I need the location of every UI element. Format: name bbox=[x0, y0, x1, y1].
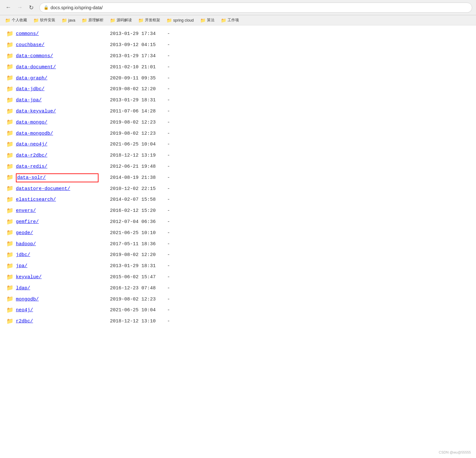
bookmark-label: 软件安装 bbox=[40, 17, 55, 23]
dir-link[interactable]: keyvalue/ bbox=[16, 273, 99, 281]
dir-link[interactable]: datastore-document/ bbox=[16, 185, 99, 193]
folder-icon: 📁 bbox=[6, 30, 13, 39]
entry-date: 2021-06-25 10:10 bbox=[99, 229, 156, 237]
dir-link[interactable]: elasticsearch/ bbox=[16, 196, 99, 204]
dir-link[interactable]: data-jpa/ bbox=[16, 97, 99, 104]
dir-link[interactable]: couchbase/ bbox=[16, 41, 99, 49]
dir-link[interactable]: jdbc/ bbox=[16, 251, 99, 259]
folder-icon: 📁 bbox=[6, 140, 13, 149]
entry-size: - bbox=[156, 174, 170, 182]
forward-button[interactable]: → bbox=[15, 3, 24, 12]
table-row: 📁 data-redis/ 2012-06-21 19:48 - bbox=[6, 161, 470, 172]
folder-icon: 📁 bbox=[6, 151, 13, 160]
back-button[interactable]: ← bbox=[4, 3, 13, 12]
entry-size: - bbox=[156, 52, 170, 60]
bookmark-item[interactable]: 📁软件安装 bbox=[31, 17, 58, 24]
entry-size: - bbox=[156, 75, 170, 82]
table-row: 📁 data-solr/ 2014-08-19 21:38 - bbox=[6, 172, 470, 183]
entry-date: 2013-01-29 18:31 bbox=[99, 262, 156, 270]
dir-link[interactable]: geode/ bbox=[16, 229, 99, 237]
dir-link[interactable]: data-mongo/ bbox=[16, 119, 99, 126]
dir-link[interactable]: data-graph/ bbox=[16, 75, 99, 82]
dir-link[interactable]: mongodb/ bbox=[16, 296, 99, 303]
dir-link[interactable]: ldap/ bbox=[16, 285, 99, 292]
dir-link[interactable]: data-neo4j/ bbox=[16, 141, 99, 148]
entry-date: 2019-08-02 12:23 bbox=[99, 296, 156, 303]
dir-link[interactable]: data-document/ bbox=[16, 64, 99, 71]
bookmarks-bar: 📁个人收藏📁软件安装📁java📁原理解析📁源码解读📁开发框架📁spring cl… bbox=[0, 15, 476, 25]
entry-date: 2021-06-25 10:04 bbox=[99, 306, 156, 314]
entry-date: 2013-01-29 17:34 bbox=[99, 30, 156, 38]
table-row: 📁 geode/ 2021-06-25 10:10 - bbox=[6, 227, 470, 239]
table-row: 📁 envers/ 2016-02-12 15:20 - bbox=[6, 205, 470, 217]
table-row: 📁 hadoop/ 2017-05-11 18:36 - bbox=[6, 239, 470, 250]
entry-size: - bbox=[156, 30, 170, 38]
dir-link[interactable]: commons/ bbox=[16, 30, 99, 38]
nav-buttons: ← → ↻ bbox=[4, 3, 36, 12]
dir-link[interactable]: r2dbc/ bbox=[16, 318, 99, 325]
table-row: 📁 data-mongo/ 2019-08-02 12:23 - bbox=[6, 117, 470, 128]
bookmark-item[interactable]: 📁开发框架 bbox=[136, 17, 163, 24]
table-row: 📁 datastore-document/ 2010-12-02 22:15 - bbox=[6, 183, 470, 194]
dir-link[interactable]: data-r2dbc/ bbox=[16, 152, 99, 159]
entry-date: 2013-09-12 04:15 bbox=[99, 41, 156, 49]
folder-icon: 📁 bbox=[6, 306, 13, 315]
bookmark-item[interactable]: 📁工作项 bbox=[218, 17, 241, 24]
entry-date: 2017-05-11 18:36 bbox=[99, 240, 156, 248]
entry-size: - bbox=[156, 273, 170, 281]
folder-icon: 📁 bbox=[138, 18, 144, 23]
table-row: 📁 couchbase/ 2013-09-12 04:15 - bbox=[6, 40, 470, 51]
folder-icon: 📁 bbox=[6, 41, 13, 50]
table-row: 📁 data-jpa/ 2013-01-29 18:31 - bbox=[6, 95, 470, 106]
entry-date: 2012-06-21 19:48 bbox=[99, 163, 156, 171]
folder-icon: 📁 bbox=[82, 18, 87, 23]
table-row: 📁 gemfire/ 2012-07-04 06:36 - bbox=[6, 217, 470, 228]
folder-icon: 📁 bbox=[6, 107, 13, 116]
entry-size: - bbox=[156, 64, 170, 71]
entry-date: 2019-08-02 12:23 bbox=[99, 119, 156, 126]
table-row: 📁 keyvalue/ 2015-06-02 15:47 - bbox=[6, 272, 470, 283]
folder-icon: 📁 bbox=[6, 129, 13, 138]
folder-icon: 📁 bbox=[6, 52, 13, 61]
bookmark-item[interactable]: 📁原理解析 bbox=[79, 17, 106, 24]
bookmark-item[interactable]: 📁算法 bbox=[198, 17, 217, 24]
entry-date: 2019-08-02 12:20 bbox=[99, 85, 156, 93]
folder-icon: 📁 bbox=[6, 284, 13, 293]
folder-icon: 📁 bbox=[6, 74, 13, 83]
bookmark-item[interactable]: 📁java bbox=[59, 17, 78, 24]
folder-icon: 📁 bbox=[6, 173, 13, 182]
entry-size: - bbox=[156, 229, 170, 237]
entry-size: - bbox=[156, 185, 170, 193]
entry-date: 2019-08-02 12:23 bbox=[99, 130, 156, 138]
folder-icon: 📁 bbox=[6, 218, 13, 227]
entry-date: 2011-07-06 14:28 bbox=[99, 108, 156, 115]
dir-link[interactable]: data-commons/ bbox=[16, 52, 99, 60]
table-row: 📁 data-graph/ 2020-09-11 09:35 - bbox=[6, 73, 470, 84]
entry-date: 2018-12-12 13:19 bbox=[99, 152, 156, 159]
page-content: 📁 commons/ 2013-01-29 17:34 - 📁 couchbas… bbox=[0, 25, 476, 330]
entry-size: - bbox=[156, 218, 170, 226]
entry-size: - bbox=[156, 85, 170, 93]
dir-link[interactable]: data-redis/ bbox=[16, 163, 99, 171]
table-row: 📁 elasticsearch/ 2014-02-07 15:58 - bbox=[6, 194, 470, 205]
entry-date: 2018-12-12 13:10 bbox=[99, 318, 156, 325]
bookmark-item[interactable]: 📁个人收藏 bbox=[3, 17, 30, 24]
dir-link[interactable]: data-mongodb/ bbox=[16, 130, 99, 138]
lock-icon: 🔒 bbox=[44, 5, 49, 10]
bookmark-label: 开发框架 bbox=[145, 17, 160, 23]
entry-size: - bbox=[156, 262, 170, 270]
bookmark-item[interactable]: 📁源码解读 bbox=[107, 17, 134, 24]
dir-link[interactable]: data-solr/ bbox=[16, 173, 99, 182]
dir-link[interactable]: gemfire/ bbox=[16, 218, 99, 226]
dir-link[interactable]: hadoop/ bbox=[16, 240, 99, 248]
entry-date: 2014-02-07 15:58 bbox=[99, 196, 156, 204]
dir-link[interactable]: envers/ bbox=[16, 207, 99, 215]
address-bar[interactable]: 🔒 docs.spring.io/spring-data/ bbox=[39, 3, 472, 13]
dir-link[interactable]: data-jdbc/ bbox=[16, 85, 99, 93]
dir-link[interactable]: jpa/ bbox=[16, 262, 99, 270]
bookmark-item[interactable]: 📁spring cloud bbox=[164, 17, 196, 24]
reload-button[interactable]: ↻ bbox=[27, 3, 36, 12]
table-row: 📁 commons/ 2013-01-29 17:34 - bbox=[6, 29, 470, 40]
dir-link[interactable]: neo4j/ bbox=[16, 306, 99, 314]
dir-link[interactable]: data-keyvalue/ bbox=[16, 108, 99, 115]
